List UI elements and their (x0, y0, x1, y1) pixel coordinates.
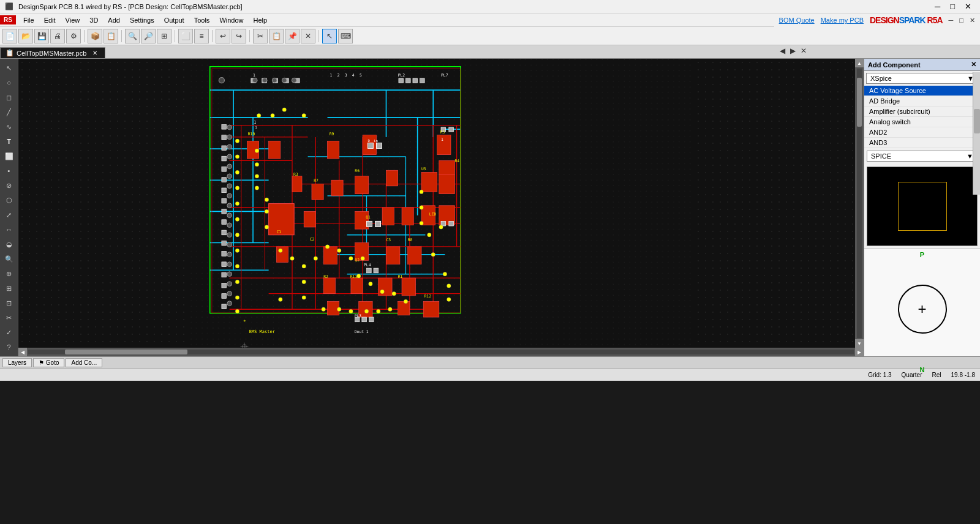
svg-text:*: * (243, 319, 246, 324)
hscroll-left[interactable]: ◀ (18, 348, 27, 356)
comp-item-ac-voltage-source[interactable]: AC Voltage Source (864, 86, 980, 96)
menu-view[interactable]: View (61, 15, 85, 25)
active-tab[interactable]: 📋 CellTopBMSMaster.pcb ✕ (0, 47, 105, 58)
add-component-tab[interactable]: Add Co... (66, 358, 102, 367)
vscrollbar[interactable]: ▲ ▼ (855, 59, 864, 348)
svg-point-163 (428, 233, 431, 237)
svg-text:Dout 1: Dout 1 (355, 329, 369, 334)
lt-circle[interactable]: ○ (2, 76, 16, 89)
svg-rect-53 (312, 184, 323, 200)
library-dropdown[interactable]: XSpice ▼ (866, 73, 978, 84)
layers-tab[interactable]: Layers (2, 358, 32, 367)
tab-scroll-left[interactable]: ◀ (778, 47, 787, 55)
close-button[interactable]: ✕ (961, 2, 975, 11)
tb-open[interactable]: 📂 (18, 29, 33, 43)
lt-add[interactable]: ⊕ (2, 267, 16, 280)
minimize-button[interactable]: ─ (931, 2, 944, 11)
tb-paste[interactable]: 📌 (285, 29, 300, 43)
tb-print[interactable]: 🖨 (50, 29, 65, 43)
comp-item-ad-bridge[interactable]: AD Bridge (864, 96, 980, 107)
lt-help[interactable]: ? (2, 340, 16, 354)
lt-wave[interactable]: ∿ (2, 120, 16, 133)
tb-keyboard[interactable]: ⌨ (338, 29, 353, 43)
lt-measure[interactable]: ⤢ (2, 208, 16, 222)
lt-route[interactable]: ↔ (2, 223, 16, 236)
goto-tab[interactable]: ⚑ Goto (33, 358, 64, 367)
tb-copy[interactable]: 📋 (269, 29, 284, 43)
menu-add[interactable]: Add (103, 15, 125, 25)
lt-verify[interactable]: ✓ (2, 326, 16, 339)
tb-save[interactable]: 💾 (34, 29, 49, 43)
menu-edit[interactable]: Edit (39, 15, 61, 25)
bom-quote-link[interactable]: BOM Quote (779, 17, 815, 24)
tb-undo[interactable]: ↩ (216, 29, 230, 43)
svg-text:R11: R11 (350, 274, 358, 279)
lt-text[interactable]: T (2, 135, 16, 148)
menu-help[interactable]: Help (249, 15, 273, 25)
lt-cut[interactable]: ✂ (2, 311, 16, 324)
tb-cut[interactable]: ✂ (253, 29, 268, 43)
make-my-pcb-link[interactable]: Make my PCB (821, 17, 864, 24)
titlebar-minimize2[interactable]: ─ (949, 17, 954, 24)
lt-line[interactable]: ╱ (2, 105, 16, 119)
svg-point-139 (290, 256, 294, 260)
comp-item-amplifier[interactable]: Amplifier (subcircuit) (864, 107, 980, 117)
tb-netlist[interactable]: 📋 (104, 29, 118, 43)
tab-close-window[interactable]: ✕ (799, 47, 809, 55)
lt-check[interactable]: ⊡ (2, 296, 16, 310)
vscroll-thumb[interactable] (857, 78, 862, 127)
vscroll-down[interactable]: ▼ (855, 339, 864, 348)
lt-fill[interactable]: ▪ (2, 164, 16, 178)
lt-hex[interactable]: ⬡ (2, 193, 16, 207)
titlebar-close2[interactable]: ✕ (970, 17, 975, 24)
lt-box[interactable]: ⬜ (2, 149, 16, 163)
rs-logo: RS (0, 15, 16, 24)
svg-rect-85 (222, 188, 227, 193)
menu-3d[interactable]: 3D (85, 15, 103, 25)
menu-tools[interactable]: Tools (189, 15, 215, 25)
lt-zoom[interactable]: 🔍 (2, 252, 16, 266)
tb-zoom-in[interactable]: 🔍 (125, 29, 140, 43)
pcb-canvas[interactable]: R10 R9 R5 R4 R3 R7 R6 U5 C1 C2 C3 R8 Q2 … (18, 59, 864, 356)
panel-close-btn[interactable]: ✕ (971, 61, 976, 69)
right-panel-scroll-thumb[interactable] (974, 109, 980, 133)
svg-text:1: 1 (254, 119, 256, 125)
lt-select[interactable]: ↖ (2, 61, 16, 75)
maximize-button[interactable]: □ (946, 2, 959, 11)
lt-copper[interactable]: ◒ (2, 238, 16, 251)
svg-point-121 (235, 170, 239, 174)
tb-zoom-out[interactable]: 🔎 (141, 29, 156, 43)
menu-file[interactable]: File (18, 15, 39, 25)
lt-via[interactable]: ⊘ (2, 179, 16, 192)
tb-delete[interactable]: ✕ (301, 29, 315, 43)
hscroll-right[interactable]: ▶ (855, 348, 864, 356)
vscroll-up[interactable]: ▲ (855, 59, 864, 67)
lt-rect[interactable]: ◻ (2, 91, 16, 104)
menu-window[interactable]: Window (214, 15, 248, 25)
comp-item-and3[interactable]: AND3 (864, 138, 980, 148)
comp-item-and2[interactable]: AND2 (864, 127, 980, 138)
tb-select[interactable]: ↖ (322, 29, 337, 43)
tb-settings[interactable]: ⚙ (66, 29, 81, 43)
tb-new[interactable]: 📄 (2, 29, 17, 43)
component-list: AC Voltage Source AD Bridge Amplifier (s… (864, 86, 980, 148)
tb-redo[interactable]: ↪ (232, 29, 246, 43)
tab-scroll-right[interactable]: ▶ (788, 47, 797, 55)
titlebar-controls[interactable]: ─ □ ✕ (931, 2, 975, 11)
tb-layers[interactable]: ≡ (194, 29, 209, 43)
right-panel-vscroll[interactable] (973, 72, 980, 195)
tab-close[interactable]: ✕ (92, 50, 97, 56)
spice-dropdown[interactable]: SPICE ▼ (867, 151, 978, 162)
svg-point-142 (302, 296, 306, 299)
titlebar-maximize2[interactable]: □ (959, 17, 963, 24)
hscrollbar[interactable]: ◀ ▶ (18, 348, 864, 356)
tb-component[interactable]: 📦 (88, 29, 102, 43)
tb-grid[interactable]: ⬜ (178, 29, 193, 43)
menu-output[interactable]: Output (159, 15, 189, 25)
lt-grid[interactable]: ⊞ (2, 282, 16, 295)
tb-zoom-fit[interactable]: ⊞ (157, 29, 172, 43)
comp-item-analog-switch[interactable]: Analog switch (864, 117, 980, 127)
menu-settings[interactable]: Settings (125, 15, 159, 25)
tab-controls[interactable]: ◀ ▶ ✕ (778, 47, 809, 55)
hscroll-thumb[interactable] (65, 350, 187, 354)
